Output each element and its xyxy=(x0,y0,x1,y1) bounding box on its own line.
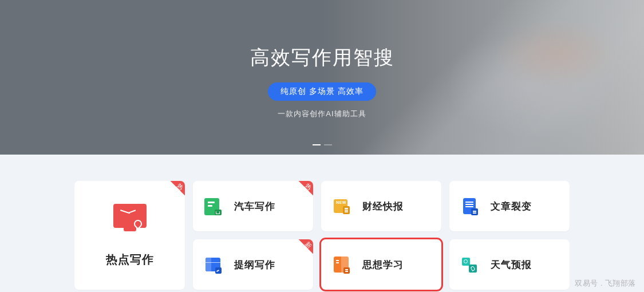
outline-icon xyxy=(203,254,224,275)
card-thought-learning[interactable]: 思想学习 xyxy=(321,239,441,290)
hero-pill: 纯原创 多场景 高效率 xyxy=(268,82,376,101)
card-label: 思想学习 xyxy=(362,258,404,271)
featured-card-label: 热点写作 xyxy=(106,252,154,267)
card-car-writing[interactable]: 热 汽车写作 xyxy=(193,181,313,231)
finance-icon: NEW xyxy=(331,196,352,216)
card-label: 天气预报 xyxy=(491,258,532,271)
document-icon xyxy=(460,196,480,216)
car-icon xyxy=(203,196,224,216)
card-label: 汽车写作 xyxy=(234,200,275,213)
category-grid: 热 热点写作 热 汽车写作 NEW 财经快报 文章裂变 xyxy=(0,155,644,290)
badge-new: 新 xyxy=(293,239,313,260)
weather-icon xyxy=(460,254,480,275)
hero-title: 高效写作用智搜 xyxy=(250,45,394,71)
hero-banner: 高效写作用智搜 纯原创 多场景 高效率 一款内容创作AI辅助工具 xyxy=(0,0,644,155)
card-label: 提纲写作 xyxy=(234,258,275,271)
carousel-dots[interactable] xyxy=(313,144,332,145)
carousel-dot[interactable] xyxy=(313,144,321,145)
watermark: 双易号 . 飞翔部落 xyxy=(575,278,636,289)
book-icon xyxy=(331,254,352,275)
hero-subtitle: 一款内容创作AI辅助工具 xyxy=(278,109,366,119)
badge-hot: 热 xyxy=(293,181,313,202)
carousel-dot[interactable] xyxy=(324,144,332,145)
card-outline-writing[interactable]: 新 提纲写作 xyxy=(193,239,313,290)
card-label: 财经快报 xyxy=(362,200,404,213)
card-article-split[interactable]: 文章裂变 xyxy=(449,181,570,231)
featured-card-hotspot[interactable]: 热 热点写作 xyxy=(74,181,185,290)
badge-hot: 热 xyxy=(164,181,185,202)
card-finance-news[interactable]: NEW 财经快报 xyxy=(321,181,441,231)
card-weather-forecast[interactable]: 天气预报 xyxy=(449,239,570,290)
hotspot-icon xyxy=(113,204,147,232)
card-label: 文章裂变 xyxy=(491,200,532,213)
